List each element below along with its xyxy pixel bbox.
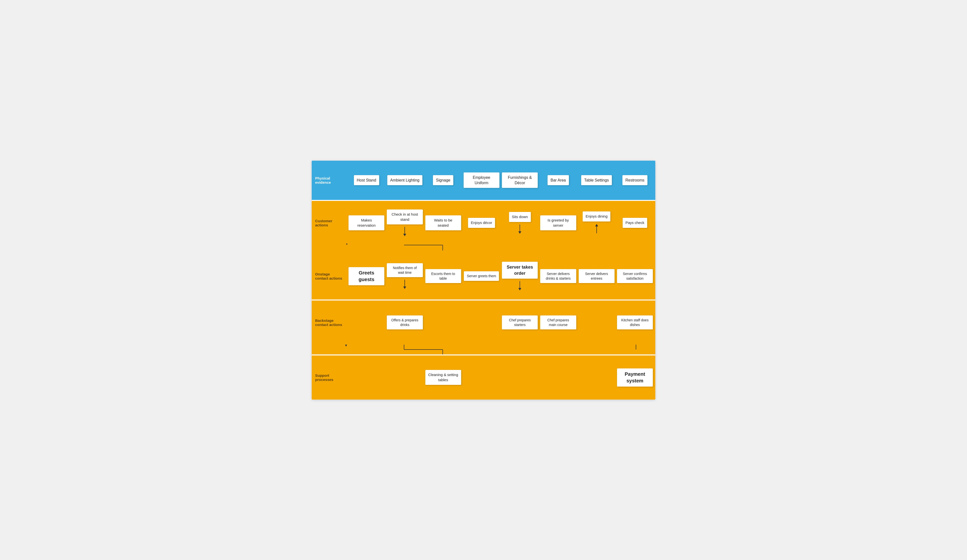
inter-content-2	[346, 345, 655, 354]
on-card-2: Notifies them of wait time	[387, 263, 422, 277]
on-col-3: Escorts them to table	[425, 269, 461, 283]
phys-card-8: Restrooms	[622, 175, 647, 185]
cust-col-2: Check in at host stand	[387, 209, 422, 236]
customer-actions-row: Customer actions Makes reservation Check…	[312, 201, 655, 245]
cust-card-3: Waits to be seated	[425, 215, 461, 230]
sup-card-3: Cleaning & setting tables	[425, 370, 461, 385]
back-card-2: Offers & prepares drinks	[387, 315, 422, 330]
on-col-2: Notifies them of wait time	[387, 263, 422, 289]
cust-col-8: Pays check	[617, 218, 653, 227]
on-col-7: Server delivers entrees	[579, 269, 615, 283]
onstage-row: Onstage contact actions Greets guests No…	[312, 253, 655, 300]
onstage-content: Greets guests Notifies them of wait time…	[346, 253, 655, 300]
physical-evidence-content: Host Stand Ambient Lighting Signage Empl…	[346, 161, 655, 200]
on-col-6: Server delivers drinks & starters	[540, 269, 576, 283]
phys-col-4: Employee Uniform	[464, 173, 500, 188]
inter-row-1	[312, 245, 655, 253]
cust-col-1: Makes reservation	[348, 215, 384, 230]
on-card-3: Escorts them to table	[425, 269, 461, 283]
back-col-8: Kitchen staff does dishes	[617, 315, 653, 330]
phys-col-2: Ambient Lighting	[387, 175, 422, 185]
cust-col-3: Waits to be seated	[425, 215, 461, 230]
phys-card-7: Table Settings	[581, 175, 612, 185]
customer-actions-label: Customer actions	[312, 201, 346, 245]
arrow-cust-2-down	[403, 227, 406, 236]
phys-card-3: Signage	[433, 175, 453, 185]
arrow-cust-7-up	[595, 224, 598, 233]
cust-col-6: Is greeted by server	[540, 215, 576, 230]
onstage-label: Onstage contact actions	[312, 253, 346, 300]
arrow-cust-5-down	[518, 224, 521, 234]
connector-svg-2	[346, 345, 655, 354]
physical-evidence-label: Physical evidence	[312, 161, 346, 200]
phys-col-7: Table Settings	[579, 175, 615, 185]
inter-label-space	[312, 245, 346, 253]
on-col-4: Server greets them	[464, 271, 500, 281]
arrow-on-2-down	[403, 280, 406, 289]
cust-card-8: Pays check	[623, 218, 647, 227]
inter-content-1	[346, 245, 655, 253]
support-row: Support processes Cleaning & setting tab…	[312, 356, 655, 400]
physical-evidence-row: Physical evidence Host Stand Ambient Lig…	[312, 161, 655, 200]
back-col-6: Chef prepares main course	[540, 315, 576, 330]
cust-card-4: Enjoys décor	[468, 218, 495, 227]
phys-card-1: Host Stand	[354, 175, 379, 185]
phys-col-3: Signage	[425, 175, 461, 185]
back-card-8: Kitchen staff does dishes	[617, 315, 653, 330]
cust-col-7: Enjoys dining	[579, 211, 615, 234]
cust-card-5: Sits down	[509, 212, 531, 222]
cust-card-7: Enjoys dining	[583, 211, 611, 221]
phys-col-5: Furnishings & Décor	[502, 173, 538, 188]
cust-card-1: Makes reservation	[348, 215, 384, 230]
sup-col-8: Payment system	[617, 369, 653, 387]
back-card-6: Chef prepares main course	[540, 315, 576, 330]
on-card-8: Server confirms satisfaction	[617, 269, 653, 283]
phys-col-6: Bar Area	[540, 175, 576, 185]
phys-col-1: Host Stand	[348, 175, 384, 185]
back-col-5: Chef prepares starters	[502, 315, 538, 330]
phys-card-2: Ambient Lighting	[387, 175, 422, 185]
on-card-4: Server greets them	[464, 271, 499, 281]
sup-card-8: Payment system	[617, 369, 653, 387]
backstage-row: Backstage contact actions Offers & prepa…	[312, 300, 655, 345]
on-col-1: Greets guests	[348, 267, 384, 285]
support-label: Support processes	[312, 356, 346, 400]
phys-col-8: Restrooms	[617, 175, 653, 185]
back-col-2: Offers & prepares drinks	[387, 315, 422, 330]
on-col-8: Server confirms satisfaction	[617, 269, 653, 283]
phys-card-4: Employee Uniform	[464, 173, 500, 188]
backstage-content: Offers & prepares drinks Chef prepares s…	[346, 300, 655, 345]
on-card-1: Greets guests	[348, 267, 384, 285]
customer-actions-content: Makes reservation Check in at host stand…	[346, 201, 655, 245]
on-card-6: Server delivers drinks & starters	[540, 269, 576, 283]
backstage-label: Backstage contact actions	[312, 300, 346, 345]
on-card-7: Server delivers entrees	[579, 269, 615, 283]
back-card-5: Chef prepares starters	[502, 315, 538, 330]
arrow-on-5-down	[518, 281, 521, 290]
support-content: Cleaning & setting tables Payment system	[346, 356, 655, 400]
inter-label-space-2	[312, 345, 346, 354]
phys-card-5: Furnishings & Décor	[502, 173, 538, 188]
on-col-5: Server takes order	[502, 262, 538, 290]
cust-card-2: Check in at host stand	[387, 209, 422, 224]
connector-svg-1	[346, 245, 655, 253]
phys-card-6: Bar Area	[548, 175, 569, 185]
cust-col-5: Sits down	[502, 212, 538, 234]
cust-col-4: Enjoys décor	[464, 218, 500, 227]
inter-row-2	[312, 345, 655, 354]
on-card-5: Server takes order	[502, 262, 538, 278]
service-blueprint: Physical evidence Host Stand Ambient Lig…	[312, 161, 655, 400]
cust-card-6: Is greeted by server	[540, 215, 576, 230]
sup-col-3: Cleaning & setting tables	[425, 370, 461, 385]
